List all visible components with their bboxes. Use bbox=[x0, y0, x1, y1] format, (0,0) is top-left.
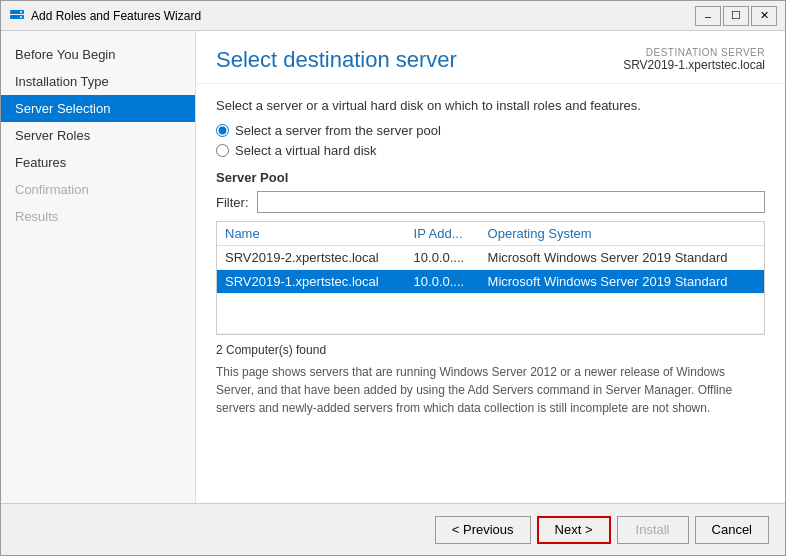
sidebar-item-installation-type[interactable]: Installation Type bbox=[1, 68, 195, 95]
title-bar: Add Roles and Features Wizard – ☐ ✕ bbox=[1, 1, 785, 31]
filter-row: Filter: bbox=[216, 191, 765, 213]
server-table-container: Name IP Add... Operating System SRV2019-… bbox=[216, 221, 765, 335]
col-os[interactable]: Operating System bbox=[480, 222, 764, 246]
window: Add Roles and Features Wizard – ☐ ✕ Befo… bbox=[0, 0, 786, 556]
body-section: Select a server or a virtual hard disk o… bbox=[196, 84, 785, 503]
previous-button[interactable]: < Previous bbox=[435, 516, 531, 544]
radio-vhd-input[interactable] bbox=[216, 144, 229, 157]
server-ip-1: 10.0.0.... bbox=[406, 246, 480, 270]
server-os-2: Microsoft Windows Server 2019 Standard bbox=[480, 270, 764, 294]
destination-name: SRV2019-1.xpertstec.local bbox=[623, 58, 765, 72]
sidebar-item-confirmation: Confirmation bbox=[1, 176, 195, 203]
server-table: Name IP Add... Operating System SRV2019-… bbox=[217, 222, 764, 334]
radio-server-pool[interactable]: Select a server from the server pool bbox=[216, 123, 765, 138]
minimize-button[interactable]: – bbox=[695, 6, 721, 26]
footer: < Previous Next > Install Cancel bbox=[1, 503, 785, 555]
col-ip[interactable]: IP Add... bbox=[406, 222, 480, 246]
description-text: Select a server or a virtual hard disk o… bbox=[216, 98, 765, 113]
destination-server-info: DESTINATION SERVER SRV2019-1.xpertstec.l… bbox=[623, 47, 765, 72]
sidebar-item-server-roles[interactable]: Server Roles bbox=[1, 122, 195, 149]
content-area: Before You Begin Installation Type Serve… bbox=[1, 31, 785, 503]
maximize-button[interactable]: ☐ bbox=[723, 6, 749, 26]
radio-server-pool-input[interactable] bbox=[216, 124, 229, 137]
info-text: This page shows servers that are running… bbox=[216, 363, 765, 417]
sidebar-item-server-selection[interactable]: Server Selection bbox=[1, 95, 195, 122]
destination-label: DESTINATION SERVER bbox=[623, 47, 765, 58]
install-button[interactable]: Install bbox=[617, 516, 689, 544]
radio-group: Select a server from the server pool Sel… bbox=[216, 123, 765, 158]
radio-vhd[interactable]: Select a virtual hard disk bbox=[216, 143, 765, 158]
found-text: 2 Computer(s) found bbox=[216, 343, 765, 357]
server-name-2: SRV2019-1.xpertstec.local bbox=[217, 270, 406, 294]
main-content: Select destination server DESTINATION SE… bbox=[196, 31, 785, 503]
sidebar-item-features[interactable]: Features bbox=[1, 149, 195, 176]
app-icon bbox=[9, 8, 25, 24]
table-row[interactable]: SRV2019-1.xpertstec.local 10.0.0.... Mic… bbox=[217, 270, 764, 294]
sidebar-item-before-you-begin[interactable]: Before You Begin bbox=[1, 41, 195, 68]
page-title: Select destination server bbox=[216, 47, 457, 73]
server-os-1: Microsoft Windows Server 2019 Standard bbox=[480, 246, 764, 270]
filter-input[interactable] bbox=[257, 191, 766, 213]
table-empty-row bbox=[217, 294, 764, 334]
header-section: Select destination server DESTINATION SE… bbox=[196, 31, 785, 84]
sidebar: Before You Begin Installation Type Serve… bbox=[1, 31, 196, 503]
table-row[interactable]: SRV2019-2.xpertstec.local 10.0.0.... Mic… bbox=[217, 246, 764, 270]
filter-label: Filter: bbox=[216, 195, 249, 210]
server-pool-label: Server Pool bbox=[216, 170, 765, 185]
svg-point-3 bbox=[20, 16, 22, 18]
server-ip-2: 10.0.0.... bbox=[406, 270, 480, 294]
sidebar-item-results: Results bbox=[1, 203, 195, 230]
title-bar-controls: – ☐ ✕ bbox=[695, 6, 777, 26]
next-button[interactable]: Next > bbox=[537, 516, 611, 544]
server-name-1: SRV2019-2.xpertstec.local bbox=[217, 246, 406, 270]
close-button[interactable]: ✕ bbox=[751, 6, 777, 26]
table-header-row: Name IP Add... Operating System bbox=[217, 222, 764, 246]
title-bar-text: Add Roles and Features Wizard bbox=[31, 9, 695, 23]
cancel-button[interactable]: Cancel bbox=[695, 516, 769, 544]
svg-point-2 bbox=[20, 11, 22, 13]
col-name[interactable]: Name bbox=[217, 222, 406, 246]
